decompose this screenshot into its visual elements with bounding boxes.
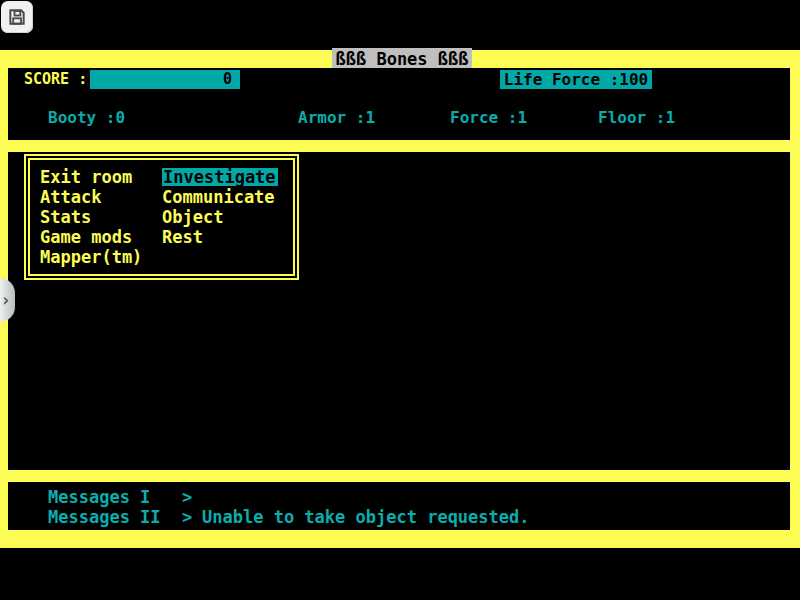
game-screen: ßßß Bones ßßß SCORE : 0 Life Force :100 … [0, 0, 800, 600]
menu-item-object[interactable]: Object [162, 207, 293, 227]
status-header: SCORE : 0 Life Force :100 Booty :0 Armor… [8, 68, 790, 140]
menu-column-left: Exit room Attack Stats Game mods Mapper(… [40, 167, 162, 274]
stat-armor-value: 1 [365, 108, 375, 127]
action-menu: Exit room Attack Stats Game mods Mapper(… [24, 154, 299, 280]
message-row-2: Messages II > Unable to take object requ… [8, 507, 790, 527]
menu-item-rest[interactable]: Rest [162, 227, 293, 247]
messages-2-label: Messages II [48, 507, 161, 527]
stat-floor: Floor :1 [598, 108, 675, 128]
life-force-badge: Life Force :100 [500, 70, 652, 89]
messages-1-label: Messages I [48, 487, 150, 507]
messages-1-prompt: > [182, 487, 192, 507]
menu-item-game-mods[interactable]: Game mods [40, 227, 162, 247]
window-title: ßßß Bones ßßß [332, 48, 472, 70]
stat-booty: Booty :0 [48, 108, 125, 128]
life-force-value: 100 [619, 70, 648, 89]
save-button[interactable] [1, 1, 33, 33]
menu-item-exit-room[interactable]: Exit room [40, 167, 162, 187]
stat-floor-value: 1 [665, 108, 675, 127]
message-row-1: Messages I > [8, 487, 790, 507]
stat-force-value: 1 [517, 108, 527, 127]
score-bar: 0 [90, 70, 240, 89]
menu-item-stats[interactable]: Stats [40, 207, 162, 227]
menu-item-investigate[interactable]: Investigate [162, 167, 293, 187]
score-label: SCORE : [24, 70, 87, 89]
chevron-right-icon: › [0, 290, 10, 310]
stats-row: Booty :0 Armor :1 Force :1 Floor :1 [8, 108, 790, 128]
score-value: 0 [223, 70, 232, 88]
menu-item-communicate[interactable]: Communicate [162, 187, 293, 207]
title-text: ßßß Bones ßßß [335, 49, 468, 69]
messages-panel: Messages I > Messages II > Unable to tak… [8, 482, 790, 530]
action-menu-inner: Exit room Attack Stats Game mods Mapper(… [28, 158, 295, 276]
menu-item-mapper[interactable]: Mapper(tm) [40, 247, 162, 267]
main-panel: Exit room Attack Stats Game mods Mapper(… [8, 152, 790, 470]
stat-armor: Armor :1 [298, 108, 375, 128]
messages-2-text: Unable to take object requested. [202, 507, 530, 527]
stat-force: Force :1 [450, 108, 527, 128]
messages-2-prompt: > [182, 507, 192, 527]
stat-booty-value: 0 [115, 108, 125, 127]
floppy-disk-icon [7, 7, 27, 27]
menu-item-attack[interactable]: Attack [40, 187, 162, 207]
menu-column-right: Investigate Communicate Object Rest [162, 167, 293, 274]
